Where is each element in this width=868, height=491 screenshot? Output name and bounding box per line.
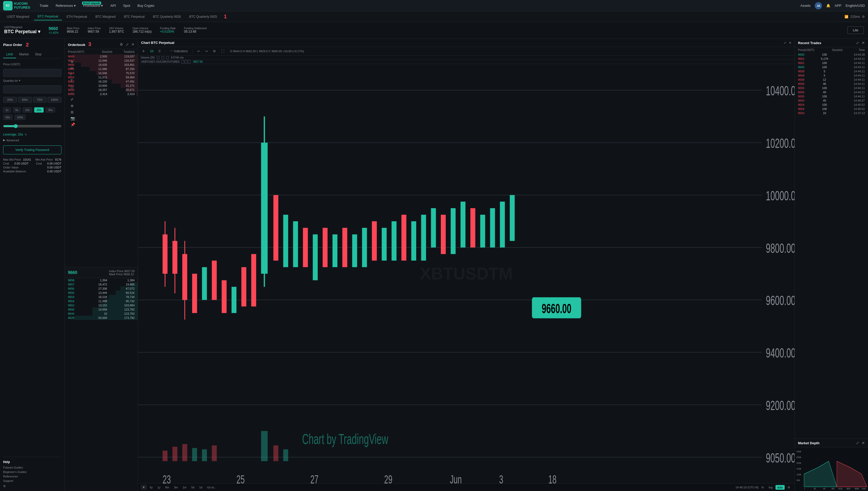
ob-bid-row[interactable]: 9656 27,206 47,072 [65,287,138,291]
lev-5x-button[interactable]: 5x [13,107,21,113]
chart-close-icon[interactable]: ✕ [789,41,791,45]
ob-bid-row[interactable]: 9653 11,998 90,732 [65,299,138,303]
assets-link[interactable]: Assets [800,4,811,7]
lev-35x-button[interactable]: 35x [46,107,55,113]
pct-100-button[interactable]: 100% [48,97,61,103]
orderbook-close-icon[interactable]: ✕ [132,42,135,47]
orderbook-settings-icon[interactable]: ⚙ [120,42,123,47]
tab-usdt-margined[interactable]: USDT Margined [3,13,33,20]
recent-trades-close-icon[interactable]: ✕ [862,41,865,45]
chart-tool-text[interactable]: T [71,79,75,83]
chart-settings-btn[interactable]: ⚙ [786,485,792,490]
chart-tool-pin[interactable]: 📌 [71,122,75,127]
tab-stop[interactable]: Stop [32,51,45,58]
lev-1x-button[interactable]: 1x [3,107,11,113]
language-selector[interactable]: English/USD [845,4,865,7]
chart-auto-btn[interactable]: auto [776,485,785,490]
leverage-edit-icon[interactable]: ✎ [25,133,27,136]
pct-50-button[interactable]: 50% [18,97,32,103]
chart-tool-0[interactable]: 0 [157,49,162,54]
nav-item-spot[interactable]: Spot [120,2,133,9]
tab-btc-margined[interactable]: BTC Margined [92,13,119,20]
ob-bid-row[interactable]: 9658 1,394 1,394 [65,278,138,282]
ticker-name[interactable]: BTC Perpetual ▾ [4,29,40,34]
lev-50x-button[interactable]: 50x [3,115,12,120]
chart-log-btn[interactable]: log [767,485,775,490]
help-beginners-guides[interactable]: Beginner's Guides [3,470,61,473]
tab-market[interactable]: Market [16,51,32,58]
quantity-input[interactable] [3,85,61,93]
avatar[interactable]: JA [815,2,822,9]
nav-item-promotions[interactable]: Brand Upgrade Promotions ▾ [80,2,106,9]
tab-eth-perpetual[interactable]: ETH Perpetual [63,13,91,20]
tab-btc-perpetual-2[interactable]: BTC Perpetual [120,13,148,20]
price-input[interactable] [3,69,61,77]
svg-text:350k: 350k [796,450,801,453]
ob-bid-row[interactable]: 9650 19,898 123,782 [65,308,138,312]
ob-bid-row[interactable]: 9657 18,472 19,866 [65,282,138,287]
chart-pct-btn[interactable]: % [760,485,766,490]
chart-tool-indicators[interactable]: 〰 Indicators [169,49,189,54]
orderbook-expand-icon[interactable]: ⤢ [126,42,129,47]
depth-close-icon[interactable]: ✕ [862,441,865,445]
tab-btc-quarterly-0925[interactable]: BTC Quarterly 0925 [186,13,221,20]
chart-tool-line[interactable]: / [71,73,75,77]
chart-collapse-btn[interactable]: ▼ [141,485,147,490]
chart-tool-camera[interactable]: 📷 [71,116,75,120]
ob-bid-row[interactable]: 9629 50,000 173,792 [65,316,138,320]
tab-btc-quarterly-0626[interactable]: BTC Quarterly 0626 [149,13,185,20]
timeframe-3m[interactable]: 3m [172,485,179,490]
nav-item-buy-crypto[interactable]: Buy Crypto [134,2,157,9]
chart-settings-icon[interactable]: ⚙ [212,49,217,54]
chart-arrow-left[interactable]: ← [71,91,75,95]
logo[interactable]: KC KUCOINFUTURES [3,1,30,10]
chart-undo-icon[interactable]: ↩ [196,49,201,54]
timeframe-6m[interactable]: 6m [163,485,171,490]
chart-expand-icon[interactable]: ⤢ [784,41,786,45]
settings-icon-panel[interactable]: ⚙ [3,485,61,488]
verify-trading-password-button[interactable]: Verify Trading Password [3,145,61,154]
chart-tool-cursor[interactable]: ✛ [71,60,75,64]
ob-bid-row[interactable]: 9652 13,152 103,884 [65,303,138,308]
settings-icon[interactable]: ⚙ [862,15,865,19]
chart-tool-shape[interactable]: ◇ [71,85,75,89]
timeframe-1d[interactable]: 1d [197,485,204,490]
chart-fullscreen-icon[interactable]: ⛶ [220,49,226,54]
leverage-slider[interactable] [3,124,61,128]
timeframe-5d[interactable]: 5d [190,485,196,490]
pct-25-button[interactable]: 25% [3,97,17,103]
ob-bid-row[interactable]: 9655 13,444 60,516 [65,291,138,295]
nav-item-trade[interactable]: Trade [36,2,51,9]
ob-bid-row[interactable]: 9654 18,218 78,734 [65,295,138,299]
app-download-link[interactable]: APP [835,4,841,7]
tab-limit[interactable]: Limit [3,51,16,58]
depth-expand-icon[interactable]: ⤢ [856,441,859,445]
chart-tool-zoom[interactable]: ⊕ [71,104,75,108]
lev-100x-button[interactable]: 100x [15,115,26,120]
help-support[interactable]: Support [3,479,61,482]
chart-tool-crosshair[interactable]: ✛ [141,49,146,54]
timeframe-5y[interactable]: 5y [148,485,155,490]
lite-button[interactable]: Lite [847,26,864,34]
ob-bid-row[interactable]: 9644 10 123,792 [65,312,138,316]
chart-redo-icon[interactable]: ↪ [203,49,209,54]
timeframe-1h[interactable]: 1h [148,49,155,54]
timeframe-1m[interactable]: 1m [181,485,188,490]
help-futures-guides[interactable]: Futures Guides [3,466,61,469]
help-references[interactable]: References [3,475,61,478]
recent-trades-expand-icon[interactable]: ⤢ [856,41,859,45]
timeframe-1y[interactable]: 1y [156,485,163,490]
nav-item-references[interactable]: References ▾ [53,2,79,9]
lev-10x-button[interactable]: 10x [23,107,32,113]
ob-ask-row[interactable]: 9669 2,500 119,037 [65,54,138,58]
tab-btc-perpetual[interactable]: BTC Perpetual [34,13,62,20]
pct-75-button[interactable]: 75% [33,97,47,103]
chart-tool-draw[interactable]: ✏ [71,66,75,70]
timeframe-goto[interactable]: Go to... [205,485,218,490]
notification-icon[interactable]: 🔔 [826,4,830,7]
lev-20x-button[interactable]: 20x [34,107,44,113]
nav-item-api[interactable]: API [107,2,119,9]
chart-tool-grid[interactable]: ⊞ [71,110,75,114]
advanced-link[interactable]: ▶ Advanced [3,138,61,142]
chart-tool-pencil[interactable]: ✐ [71,97,75,102]
